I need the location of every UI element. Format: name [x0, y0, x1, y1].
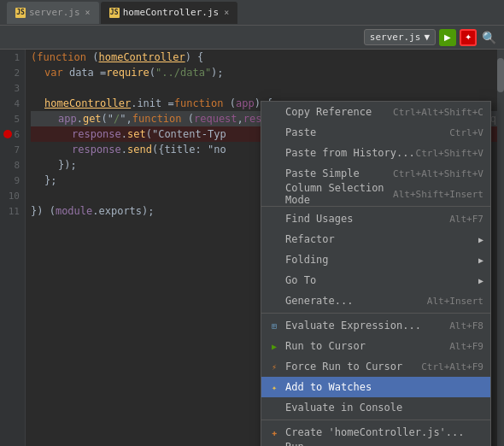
- token: (function: [31, 50, 86, 65]
- token: homeController: [44, 96, 131, 111]
- token: (: [182, 111, 194, 126]
- context-menu: Copy Reference Ctrl+Alt+Shift+C Paste Ct…: [261, 101, 491, 446]
- token: response: [72, 126, 121, 142]
- menu-item-run-to-cursor[interactable]: ▶ Run to Cursor Alt+F9: [261, 336, 490, 356]
- token: (: [224, 96, 236, 111]
- paste-simple-icon: [268, 167, 280, 179]
- token: response: [72, 142, 121, 157]
- dropdown-icon: ▼: [424, 32, 430, 43]
- menu-label: Refactor: [285, 233, 335, 245]
- menu-label: Evaluate Expression...: [285, 320, 421, 332]
- add-watches-icon: ✦: [268, 381, 280, 393]
- js-file-icon: JS: [15, 8, 26, 18]
- evaluate-expression-icon: ⊞: [268, 320, 280, 332]
- menu-separator-1: [261, 206, 490, 207]
- menu-shortcut: Alt+F8: [449, 320, 483, 332]
- run-icon: ▶: [444, 32, 451, 42]
- tab-homecontroller-js[interactable]: JS homeController.js ×: [101, 2, 238, 24]
- token: /: [114, 111, 120, 126]
- token: require: [106, 65, 149, 80]
- menu-label: Run to Cursor: [285, 340, 366, 352]
- tab-label-home: homeController.js: [123, 7, 220, 18]
- menu-item-find-usages[interactable]: Find Usages Alt+F7: [261, 208, 490, 229]
- token: set: [127, 126, 146, 142]
- menu-separator-2: [261, 313, 490, 314]
- menu-item-force-run-cursor[interactable]: ⚡ Force Run to Cursor Ctrl+Alt+F9: [261, 356, 490, 377]
- scrollbar-thumb[interactable]: [497, 58, 504, 92]
- token: };: [44, 173, 56, 188]
- tab-bar: JS server.js × JS homeController.js ×: [7, 2, 497, 24]
- vertical-scrollbar[interactable]: [497, 50, 504, 446]
- token: ,: [237, 111, 243, 126]
- title-bar: JS server.js × JS homeController.js ×: [0, 0, 504, 26]
- menu-item-evaluate-console[interactable]: Evaluate in Console: [261, 397, 490, 418]
- gutter-line-5: 5: [0, 111, 25, 126]
- menu-shortcut: Alt+F7: [449, 214, 483, 225]
- token: .init =: [131, 96, 174, 111]
- token: .: [92, 203, 98, 219]
- paste-icon: [268, 126, 280, 138]
- find-usages-icon: [268, 213, 280, 225]
- run-button[interactable]: ▶: [439, 29, 456, 46]
- token: request: [194, 111, 237, 126]
- menu-item-create-file[interactable]: ✚ Create 'homeController.js'...: [261, 422, 490, 443]
- create-file-icon: ✚: [268, 426, 280, 438]
- token: (": [102, 111, 114, 126]
- menu-label: Run 'homeController.js': [285, 441, 404, 446]
- submenu-arrow: ▶: [478, 276, 483, 285]
- token: ",: [120, 111, 132, 126]
- token: .: [121, 142, 127, 157]
- menu-label: Folding: [285, 254, 329, 266]
- menu-label: Find Usages: [285, 213, 353, 225]
- menu-shortcut: Ctrl+Shift+V: [416, 148, 483, 159]
- menu-item-refactor[interactable]: Refactor ▶: [261, 229, 490, 249]
- menu-label: Paste Simple: [285, 167, 360, 179]
- token: .: [121, 126, 127, 142]
- run-config-selector[interactable]: server.js ▼: [364, 29, 436, 45]
- tab-label-server: server.js: [29, 7, 80, 18]
- menu-label: Create 'homeController.js'...: [285, 426, 465, 438]
- token: );: [211, 65, 223, 80]
- menu-item-generate[interactable]: Generate... Alt+Insert: [261, 290, 490, 311]
- menu-item-add-to-watches[interactable]: ✦ Add to Watches: [261, 377, 490, 397]
- menu-shortcut: Ctrl+Alt+F9: [421, 361, 483, 373]
- gutter-line-4: 4: [0, 96, 25, 111]
- close-tab-server[interactable]: ×: [85, 8, 91, 17]
- token: var: [44, 65, 63, 80]
- menu-item-paste-simple[interactable]: Paste Simple Ctrl+Alt+Shift+V: [261, 163, 490, 184]
- menu-label: Copy Reference: [285, 106, 372, 118]
- menu-item-copy-reference[interactable]: Copy Reference Ctrl+Alt+Shift+C: [261, 102, 490, 122]
- token: .: [77, 111, 83, 126]
- token: ({title: "no: [152, 142, 226, 157]
- menu-item-goto[interactable]: Go To ▶: [261, 270, 490, 290]
- gutter-line-9: 9: [0, 173, 25, 188]
- token: app: [58, 111, 77, 126]
- code-line-1: (function ( homeController ) {: [31, 50, 504, 65]
- token: );: [142, 203, 154, 219]
- close-tab-home[interactable]: ×: [224, 8, 229, 17]
- menu-item-run-file[interactable]: ▶ Run 'homeController.js' Ctrl+Shift+F10: [261, 443, 490, 446]
- token: ) {: [185, 50, 204, 65]
- run-config-label: server.js: [370, 32, 421, 43]
- generate-icon: [268, 295, 280, 307]
- menu-item-evaluate-expression[interactable]: ⊞ Evaluate Expression... Alt+F8: [261, 315, 490, 336]
- menu-item-column-selection[interactable]: Column Selection Mode Alt+Shift+Insert: [261, 184, 490, 204]
- menu-item-paste-history[interactable]: Paste from History... Ctrl+Shift+V: [261, 143, 490, 163]
- token: "../data": [155, 65, 211, 80]
- code-line-2: var data = require ( "../data" );: [31, 65, 504, 80]
- menu-shortcut: Ctrl+V: [449, 127, 483, 138]
- token: function: [132, 111, 182, 126]
- search-button[interactable]: 🔍: [480, 29, 497, 46]
- menu-shortcut: Alt+F9: [449, 341, 483, 352]
- gutter-line-6: 6: [0, 126, 25, 142]
- token: module: [56, 203, 92, 219]
- menu-item-folding[interactable]: Folding ▶: [261, 249, 490, 270]
- menu-label: Force Run to Cursor: [285, 361, 402, 373]
- tab-server-js[interactable]: JS server.js ×: [7, 2, 99, 24]
- paste-history-icon: [268, 147, 280, 159]
- menu-item-paste[interactable]: Paste Ctrl+V: [261, 122, 490, 143]
- menu-label: Generate...: [285, 295, 353, 307]
- menu-label: Add to Watches: [285, 381, 372, 393]
- debug-button[interactable]: ✦: [460, 29, 477, 46]
- menu-shortcut: Alt+Insert: [427, 296, 483, 307]
